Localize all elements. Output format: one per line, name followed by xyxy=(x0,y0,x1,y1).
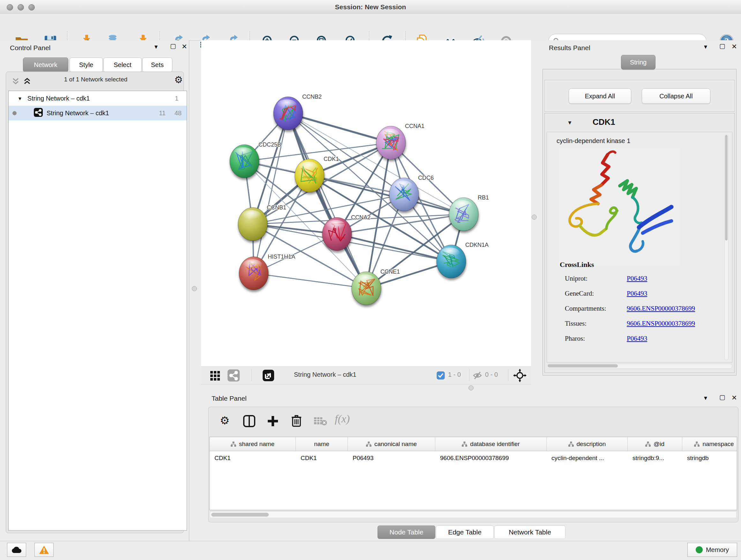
network-options-gear-icon[interactable]: ⚙ xyxy=(174,74,183,85)
memory-label: Memory xyxy=(706,546,729,554)
window-title: Session: New Session xyxy=(0,0,741,14)
crosslink-value-link[interactable]: P06493 xyxy=(627,274,647,283)
collection-count: 1 xyxy=(175,95,179,102)
column-header-canonical-name[interactable]: canonical name xyxy=(348,437,435,451)
delete-column-icon[interactable] xyxy=(290,414,303,428)
results-panel-float-button[interactable]: ▾ xyxy=(704,43,707,51)
table-cell[interactable]: stringdb:9... xyxy=(628,451,682,465)
cloud-icon xyxy=(11,546,22,554)
crosslink-value-link[interactable]: 9606.ENSP00000378699 xyxy=(627,305,695,313)
network-tree: ▼ String Network – cdk1 1 String Network… xyxy=(8,91,187,531)
network-canvas[interactable]: CCNB2CCNA1CDC25BCDK1CDC6RB1CCNB1CCNA2CDK… xyxy=(201,40,531,367)
table-panel-maximize-button[interactable]: ▢ xyxy=(719,393,725,401)
string-network-icon xyxy=(34,108,43,118)
tab-select[interactable]: Select xyxy=(104,57,142,72)
crosslink-value-link[interactable]: 9606.ENSP00000378699 xyxy=(627,320,695,327)
split-columns-icon[interactable] xyxy=(243,415,256,429)
status-bar xyxy=(0,541,741,560)
warning-status-button[interactable] xyxy=(35,543,54,557)
selected-checkbox-icon[interactable] xyxy=(436,371,445,381)
birdseye-view-icon[interactable] xyxy=(262,369,274,383)
control-panel-float-button[interactable]: ▾ xyxy=(154,43,158,51)
expand-all-button[interactable]: Expand All xyxy=(569,88,631,104)
memory-status-dot xyxy=(696,546,703,553)
tab-node-table[interactable]: Node Table xyxy=(378,525,435,539)
results-panel-close-button[interactable]: ✕ xyxy=(731,43,737,51)
crosslink-label: Compartments: xyxy=(565,305,606,313)
gene-collapse-icon[interactable]: ▼ xyxy=(567,120,572,126)
network-row-selected[interactable]: String Network – cdk1 11 48 xyxy=(9,106,187,120)
expand-all-networks-icon[interactable] xyxy=(23,77,31,87)
crosslink-value-link[interactable]: P06493 xyxy=(627,290,647,298)
table-cell[interactable]: P06493 xyxy=(348,451,435,465)
crosslink-label: GeneCard: xyxy=(565,290,594,298)
control-panel-close-button[interactable]: ✕ xyxy=(182,43,187,51)
column-header-database-identifier[interactable]: database identifier xyxy=(435,437,547,451)
table-gear-icon[interactable]: ⚙ xyxy=(220,414,229,427)
protein-structure-image xyxy=(559,147,680,266)
crosslink-value-link[interactable]: P06493 xyxy=(627,334,647,343)
crosslink-row: GeneCard:P06493 xyxy=(547,287,732,302)
network-view-title: String Network – cdk1 xyxy=(294,371,356,378)
network-collection-row[interactable]: ▼ String Network – cdk1 1 xyxy=(9,91,187,106)
results-horizontal-scrollbar[interactable] xyxy=(547,364,732,369)
results-vertical-scrollbar[interactable] xyxy=(724,134,729,360)
node-label-rb1: RB1 xyxy=(478,194,489,201)
column-header-name[interactable]: name xyxy=(296,437,348,451)
table-panel-close-button[interactable]: ✕ xyxy=(731,394,737,401)
crosslinks-list: Uniprot:P06493GeneCard:P06493Compartment… xyxy=(547,272,732,347)
control-panel-title: Control Panel xyxy=(10,44,51,52)
table-cell[interactable]: CDK1 xyxy=(210,451,296,465)
tab-sets[interactable]: Sets xyxy=(142,57,172,72)
results-panel: Results Panel ▾ ▢ ✕ String Expand All Co… xyxy=(544,40,741,391)
gene-details: cyclin-dependent kinase 1 xyxy=(547,132,732,362)
crosslink-label: Uniprot: xyxy=(565,274,588,283)
table-panel-title: Table Panel xyxy=(212,395,247,402)
node-label-ccnb1: CCNB1 xyxy=(267,204,286,211)
node-table[interactable]: shared nameCDK1nameCDK1canonical nameP06… xyxy=(209,437,737,510)
hidden-eye-icon xyxy=(472,370,482,382)
crosslink-label: Tissues: xyxy=(565,320,587,327)
column-header-description[interactable]: description xyxy=(547,437,628,451)
column-header-shared-name[interactable]: shared name xyxy=(210,437,296,451)
tab-edge-table[interactable]: Edge Table xyxy=(436,525,494,539)
gene-section: ▼ CDK1 cyclin-dependent kinase 1 xyxy=(544,113,735,373)
collection-expand-icon[interactable]: ▼ xyxy=(17,96,22,101)
collapse-all-button[interactable]: Collapse All xyxy=(642,88,711,104)
add-column-icon[interactable] xyxy=(266,415,279,429)
application-window: Session: New Session xyxy=(0,0,741,560)
tab-style[interactable]: Style xyxy=(70,57,103,72)
table-cell[interactable]: cyclin-dependent ... xyxy=(547,451,628,465)
fit-content-crosshair-icon[interactable] xyxy=(513,369,527,383)
cloud-status-button[interactable] xyxy=(7,543,26,557)
table-horizontal-scrollbar[interactable] xyxy=(210,511,737,518)
memory-status-button[interactable]: Memory xyxy=(687,543,737,557)
column-header--id[interactable]: @id xyxy=(628,437,682,451)
right-splitter-handle[interactable] xyxy=(532,214,537,220)
table-cell[interactable]: 9606.ENSP00000378699 xyxy=(435,451,547,465)
grid-view-icon[interactable] xyxy=(210,370,221,382)
network-edge-count: 48 xyxy=(175,110,182,117)
tab-network-table[interactable]: Network Table xyxy=(494,525,565,539)
tab-network[interactable]: Network xyxy=(23,57,68,72)
table-panel-float-button[interactable]: ▾ xyxy=(704,394,707,401)
left-splitter-handle[interactable] xyxy=(192,286,197,291)
column-header-namespace[interactable]: namespace xyxy=(682,437,737,451)
crosslink-label: Pharos: xyxy=(565,334,585,343)
results-panel-title: Results Panel xyxy=(549,44,590,52)
results-panel-maximize-button[interactable]: ▢ xyxy=(719,42,725,50)
table-cell[interactable]: CDK1 xyxy=(296,451,348,465)
string-view-icon[interactable] xyxy=(227,369,240,383)
bottom-splitter-handle[interactable] xyxy=(468,385,474,390)
node-label-cdc25b: CDC25B xyxy=(259,141,281,148)
node-label-ccnb2: CCNB2 xyxy=(302,94,322,100)
control-panel-maximize-button[interactable]: ▢ xyxy=(170,42,176,50)
title-bar: Session: New Session xyxy=(0,0,741,14)
collapse-all-networks-icon[interactable] xyxy=(11,77,20,87)
node-label-cdkn1a: CDKN1A xyxy=(465,242,488,248)
main-toolbar: ? xyxy=(0,14,741,41)
tab-string-results[interactable]: String xyxy=(621,55,656,70)
crosslinks-title: CrossLinks xyxy=(560,260,594,269)
table-cell[interactable]: stringdb xyxy=(682,451,737,465)
crosslink-row: Pharos:P06493 xyxy=(547,332,732,347)
